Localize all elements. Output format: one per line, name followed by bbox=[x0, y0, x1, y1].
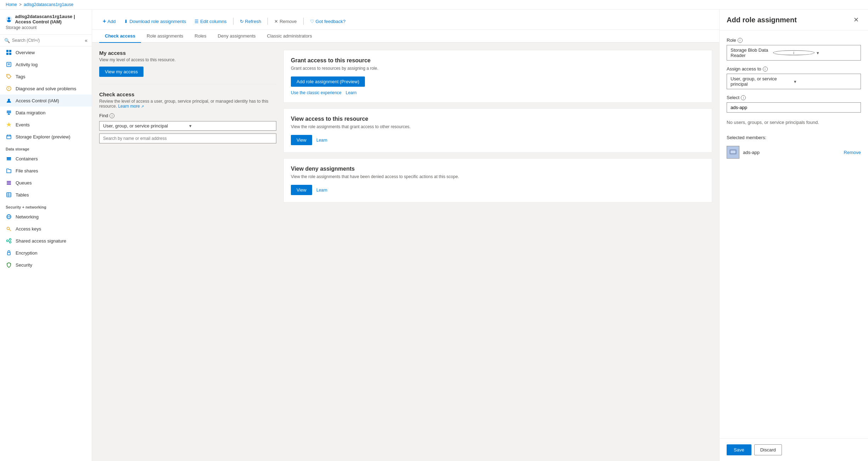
side-panel-body: Role i Storage Blob Data Reader i ▾ Assi… bbox=[720, 30, 868, 438]
toolbar-separator2 bbox=[267, 18, 268, 25]
close-panel-button[interactable]: ✕ bbox=[851, 15, 861, 24]
edit-columns-icon: ☰ bbox=[195, 19, 199, 24]
left-panel: My access View my level of access to thi… bbox=[99, 50, 276, 454]
tab-deny-assignments[interactable]: Deny assignments bbox=[212, 30, 261, 43]
learn-more-link[interactable]: Learn more bbox=[118, 104, 143, 109]
sidebar-item-security[interactable]: Security bbox=[0, 259, 92, 271]
shared-access-icon bbox=[6, 238, 12, 244]
sidebar-item-data-migration[interactable]: Data migration bbox=[0, 107, 92, 119]
side-panel-header: Add role assignment ✕ bbox=[720, 10, 868, 30]
sidebar-item-label: Queues bbox=[16, 180, 32, 186]
svg-rect-4 bbox=[9, 50, 11, 52]
grant-access-desc: Grant access to resources by assigning a… bbox=[291, 66, 705, 71]
sidebar-item-overview[interactable]: Overview bbox=[0, 46, 92, 58]
sidebar-item-label: Activity log bbox=[16, 62, 38, 67]
role-dropdown[interactable]: Storage Blob Data Reader i ▾ bbox=[727, 45, 861, 61]
sidebar-item-iam[interactable]: Access Control (IAM) bbox=[0, 95, 92, 107]
events-icon bbox=[6, 121, 12, 128]
containers-icon bbox=[6, 155, 12, 162]
app-container: Home > adlsg2datascans1rg1ause adlsg2dat… bbox=[0, 0, 868, 461]
view-my-access-button[interactable]: View my access bbox=[99, 67, 143, 77]
sidebar-item-queues[interactable]: Queues bbox=[0, 177, 92, 189]
sidebar-item-events[interactable]: Events bbox=[0, 119, 92, 131]
main-content: + Add ⬇ Download role assignments ☰ Edit… bbox=[92, 10, 719, 461]
assign-dropdown[interactable]: User, group, or service principal ▾ bbox=[727, 74, 861, 89]
assign-chevron-icon: ▾ bbox=[794, 79, 857, 84]
download-role-assignments-button[interactable]: ⬇ Download role assignments bbox=[120, 17, 190, 25]
search-name-input[interactable] bbox=[99, 133, 276, 143]
svg-rect-35 bbox=[7, 252, 10, 255]
download-icon: ⬇ bbox=[124, 19, 128, 24]
sidebar-item-access-keys[interactable]: Access keys bbox=[0, 223, 92, 235]
feedback-button[interactable]: ♡ Got feedback? bbox=[306, 17, 349, 25]
remove-button[interactable]: ✕ Remove bbox=[271, 17, 300, 25]
assign-dropdown-value: User, group, or service principal bbox=[731, 76, 794, 87]
sidebar-search-input[interactable] bbox=[12, 38, 85, 43]
sidebar-item-networking[interactable]: Networking bbox=[0, 211, 92, 223]
use-classic-experience-link[interactable]: Use the classic experience bbox=[291, 90, 342, 95]
sidebar-item-encryption[interactable]: Encryption bbox=[0, 247, 92, 259]
save-button[interactable]: Save bbox=[727, 444, 751, 455]
sidebar-item-shared-access[interactable]: Shared access signature bbox=[0, 235, 92, 247]
svg-rect-18 bbox=[7, 181, 11, 182]
tab-role-assignments[interactable]: Role assignments bbox=[141, 30, 189, 43]
refresh-button[interactable]: ↻ Refresh bbox=[236, 17, 265, 25]
role-info-icon: i bbox=[738, 38, 743, 43]
svg-rect-38 bbox=[731, 150, 735, 153]
sidebar-collapse-btn[interactable]: « bbox=[85, 38, 88, 43]
sidebar-item-activity-log[interactable]: Activity log bbox=[0, 58, 92, 70]
sidebar-search-container: 🔍 « bbox=[0, 35, 92, 46]
sidebar-item-label: Access keys bbox=[16, 226, 41, 232]
security-icon bbox=[6, 262, 12, 268]
networking-icon bbox=[6, 214, 12, 220]
activity-log-icon bbox=[6, 61, 12, 68]
check-access-area: My access View my level of access to thi… bbox=[92, 43, 719, 461]
sidebar-item-label: Events bbox=[16, 122, 30, 127]
grant-learn-link[interactable]: Learn bbox=[346, 90, 357, 95]
sidebar-item-label: Shared access signature bbox=[16, 238, 66, 244]
edit-columns-button[interactable]: ☰ Edit columns bbox=[191, 17, 230, 25]
toolbar-separator bbox=[233, 18, 233, 25]
view-access-learn-link[interactable]: Learn bbox=[316, 138, 327, 143]
view-deny-button[interactable]: View bbox=[291, 185, 312, 195]
discard-button[interactable]: Discard bbox=[754, 444, 782, 455]
select-field-label: Select i bbox=[727, 95, 861, 100]
view-access-button[interactable]: View bbox=[291, 135, 312, 145]
security-section: Security + networking bbox=[0, 201, 92, 211]
diagnose-icon bbox=[6, 85, 12, 92]
view-deny-actions: View Learn bbox=[291, 185, 705, 195]
svg-rect-15 bbox=[7, 135, 11, 139]
sidebar: adlsg2datascans1rg1ause | Access Control… bbox=[0, 10, 92, 461]
view-deny-learn-link[interactable]: Learn bbox=[316, 188, 327, 193]
add-role-assignment-button[interactable]: Add role assignment (Preview) bbox=[291, 76, 365, 87]
account-icon bbox=[6, 14, 12, 24]
sidebar-item-containers[interactable]: Containers bbox=[0, 153, 92, 165]
breadcrumb-home[interactable]: Home bbox=[6, 2, 17, 7]
sidebar-item-diagnose[interactable]: Diagnose and solve problems bbox=[0, 82, 92, 95]
select-search-input[interactable] bbox=[727, 102, 861, 113]
svg-point-30 bbox=[7, 240, 9, 242]
side-panel-title: Add role assignment bbox=[727, 16, 797, 24]
toolbar: + Add ⬇ Download role assignments ☰ Edit… bbox=[99, 14, 712, 29]
svg-point-28 bbox=[7, 227, 10, 230]
no-results-message: No users, groups, or service principals … bbox=[727, 117, 861, 128]
sidebar-item-storage-explorer[interactable]: Storage Explorer (preview) bbox=[0, 131, 92, 143]
breadcrumb-resource[interactable]: adlsg2datascans1rg1ause bbox=[24, 2, 73, 7]
selected-members-label: Selected members: bbox=[727, 135, 861, 140]
role-info-inline-icon: i bbox=[773, 50, 814, 55]
tab-check-access[interactable]: Check access bbox=[99, 30, 141, 43]
remove-member-link[interactable]: Remove bbox=[844, 150, 861, 155]
find-dropdown[interactable]: User, group, or service principal ▾ bbox=[99, 121, 276, 131]
view-access-desc: View the role assignments that grant acc… bbox=[291, 124, 705, 129]
assign-info-icon: i bbox=[763, 67, 768, 72]
add-button[interactable]: + Add bbox=[99, 17, 119, 26]
sidebar-item-tables[interactable]: Tables bbox=[0, 189, 92, 201]
encryption-icon bbox=[6, 250, 12, 256]
sidebar-item-tags[interactable]: Tags bbox=[0, 70, 92, 82]
find-dropdown-value: User, group, or service principal bbox=[103, 123, 186, 129]
tab-roles[interactable]: Roles bbox=[189, 30, 212, 43]
search-icon: 🔍 bbox=[4, 38, 10, 43]
grant-access-card: Grant access to this resource Grant acce… bbox=[283, 50, 712, 103]
sidebar-item-file-shares[interactable]: File shares bbox=[0, 165, 92, 177]
tab-classic-administrators[interactable]: Classic administrators bbox=[261, 30, 318, 43]
